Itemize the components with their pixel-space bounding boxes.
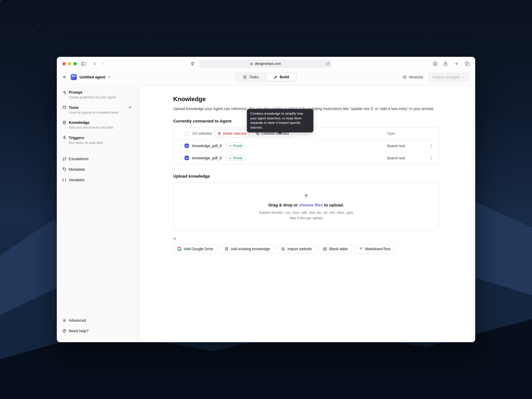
wallpaper-stars [0,0,0,0]
database-icon [62,120,66,125]
tab-tasks[interactable]: Tasks [235,73,266,81]
minimize-window-button[interactable] [68,62,71,65]
upload-dropzone[interactable]: Drag & drop or choose files to upload. S… [173,182,439,231]
app-body: Prompt Create guidelines for your agent … [57,83,475,342]
selected-count: 2/2 selected [192,132,212,136]
delete-selected-button[interactable]: Delete selected [215,130,250,137]
sparkle-icon [62,90,66,94]
tag-icon [62,167,66,171]
sidebar-item-subtitle: Create guidelines for your agent [69,95,132,100]
hammer-icon [274,75,278,79]
blank-table-button[interactable]: Blank table [319,244,352,254]
table-icon [323,247,327,251]
combine-tooltip: Combine knowledge to simplify how your a… [247,109,313,133]
sidebar-item-label: Tools [69,105,79,110]
agent-avatar[interactable] [71,74,77,80]
sidebar-item-label: Need help? [69,329,89,333]
sidebar-item-knowledge[interactable]: Knowledge Add your documents and data [57,117,138,133]
lock-icon [250,62,253,65]
tools-icon [62,105,66,109]
sidebar-divider [62,151,132,151]
gear-icon [62,318,66,322]
layers-icon [281,247,285,251]
dropzone-text-suffix: to upload. [323,203,344,207]
tab-build[interactable]: Build [266,73,297,81]
sidebar-item-need-help[interactable]: Need help? [57,326,138,336]
text-icon [359,247,363,251]
delete-selected-label: Delete selected [223,132,247,135]
drag-handle-icon[interactable] [178,156,184,160]
knowledge-name: knowledge_pdf_9 [192,156,222,160]
add-existing-knowledge-button[interactable]: Add existing knowledge [220,244,274,254]
sidebar-item-label: Metadata [69,167,85,172]
new-tab-icon[interactable] [454,61,459,66]
privacy-shield-icon[interactable] [190,62,195,66]
upload-arrow-icon [304,193,309,199]
max-files-note: Max 5 files per upload [290,216,323,220]
publish-changes-button[interactable]: Publish changes [428,72,470,82]
sidebar-item-label: Escalations [69,157,89,161]
add-google-drive-button[interactable]: Add Google Drive [173,244,217,254]
sidebar-item-tools[interactable]: Tools Used by agents to complete tasks [57,102,138,117]
downloads-icon[interactable] [432,61,438,66]
sidebar-item-label: Prompt [69,90,82,95]
sidebar-item-variables[interactable]: { } Variables [57,175,138,185]
row-checkbox[interactable] [184,156,189,160]
sidebar-item-triggers[interactable]: Triggers Run tasks on auto-pilot [57,133,138,148]
add-tool-icon[interactable] [128,105,132,109]
upload-section-title: Upload knowledge [173,174,438,178]
markdown-text-button[interactable]: Markdown/Text [355,244,395,254]
import-website-button[interactable]: Import website [277,244,316,254]
trash-icon [217,132,221,135]
address-bar[interactable]: designstripe.com [199,60,332,68]
mode-switcher: Tasks Build [235,72,298,82]
select-all-checkbox[interactable] [184,131,189,136]
sidebar-item-metadata[interactable]: Metadata [57,164,138,175]
app-header: Untitled agent Tasks Build [57,71,475,83]
drag-handle-icon[interactable] [178,144,184,148]
status-badge: Ready [226,143,246,149]
app-back-icon[interactable] [62,75,67,80]
database-icon [224,247,228,251]
knowledge-name: knowledge_pdf_9 [192,144,222,148]
versions-button[interactable]: Versions [403,75,423,79]
row-checkbox[interactable] [184,144,189,148]
sidebar-item-escalations[interactable]: Escalations [57,154,138,164]
browser-forward-icon[interactable] [101,61,105,66]
kebab-menu-icon[interactable] [426,144,437,148]
source-button-label: Markdown/Text [365,247,390,251]
sidebar: Prompt Create guidelines for your agent … [57,83,138,342]
traffic-lights [62,62,77,65]
sidebar-item-prompt[interactable]: Prompt Create guidelines for your agent [57,87,138,102]
tab-overview-icon[interactable] [465,61,470,66]
sidebar-item-label: Knowledge [69,120,89,125]
source-button-label: Add existing knowledge [231,247,270,251]
close-window-button[interactable] [62,62,66,65]
repeat-icon [62,157,66,161]
reload-icon[interactable] [326,62,329,65]
page-title: Knowledge [173,95,438,103]
tab-build-label: Build [280,75,289,79]
dropzone-text-prefix: Drag & drop or [268,203,299,207]
agent-menu-chevron-icon[interactable] [107,75,111,79]
help-icon [62,329,66,333]
main-panel: Knowledge Upload knowledge your Agent ca… [139,85,473,340]
sidebar-toggle-icon[interactable] [81,61,86,66]
share-icon[interactable] [443,61,448,66]
sidebar-item-advanced[interactable]: Advanced [57,315,138,326]
zoom-window-button[interactable] [73,62,77,65]
kebab-menu-icon[interactable] [426,156,437,160]
choose-files-link[interactable]: choose files [299,203,323,207]
dropzone-text: Drag & drop or choose files to upload. [268,203,344,207]
browser-back-icon[interactable] [92,61,97,66]
table-row: knowledge_pdf_9 Ready Search tool [173,140,439,152]
history-clock-icon [403,75,407,79]
sidebar-item-label: Triggers [69,135,84,140]
braces-icon: { } [62,178,66,182]
agent-name[interactable]: Untitled agent [80,75,105,79]
status-label: Ready [233,156,243,160]
tasks-icon [243,75,247,79]
chevron-down-icon [462,75,466,79]
publish-changes-label: Publish changes [432,75,460,79]
row-type: Search tool [387,156,426,160]
